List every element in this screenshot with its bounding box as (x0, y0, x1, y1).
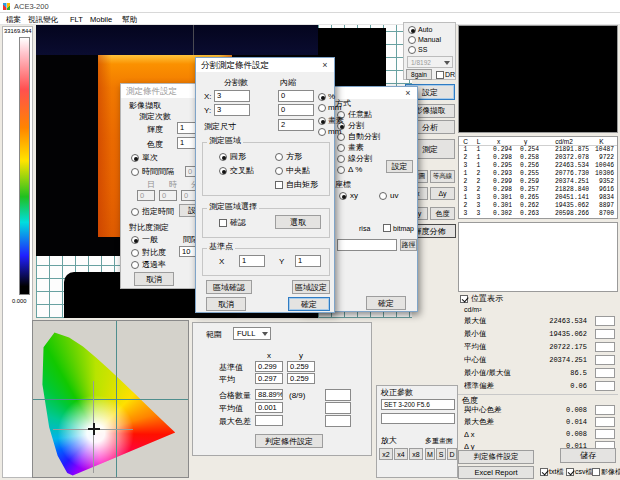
transmit-radio[interactable] (131, 261, 139, 269)
position-display-checkbox[interactable] (460, 295, 468, 303)
ref-x-value[interactable]: 0.299 (255, 361, 283, 372)
close-icon[interactable]: × (318, 59, 332, 71)
y-division-input[interactable]: 3 (214, 104, 250, 116)
gain-button[interactable]: 8gain (406, 69, 432, 80)
table-row[interactable]: 3 2 0.298 0.257 21828.840 9616 (459, 186, 617, 194)
method-linesplit-radio[interactable] (337, 155, 345, 163)
inset-percent-radio[interactable] (318, 93, 326, 101)
save-button[interactable]: 儲存 (560, 448, 616, 463)
interval-radio[interactable] (131, 168, 139, 176)
image-file-checkbox[interactable] (592, 468, 600, 476)
shutter-select[interactable]: 1/8192 (407, 56, 453, 68)
pick-button[interactable]: 選取 (275, 215, 321, 229)
ss-radio[interactable] (408, 46, 416, 54)
avg2-value[interactable]: 0.001 (255, 402, 283, 413)
multi-m-button[interactable]: M (425, 448, 435, 460)
method-ok-button[interactable]: 確定 (366, 296, 406, 310)
split-condition-dialog: 分割測定條件設定 × 分割數 內縮 X: 3 0 Y: 3 0 % mm 測定尺… (195, 57, 335, 313)
method-pixel-radio[interactable] (337, 144, 345, 152)
table-row[interactable]: 1 1 0.294 0.254 21891.875 10487 (459, 146, 617, 154)
split-ok-button[interactable]: 確定 (288, 297, 330, 311)
menu-help[interactable]: 幫助 (122, 16, 137, 24)
split-dialog-title[interactable]: 分割測定條件設定 (196, 58, 334, 72)
menu-file[interactable]: 檔案 (6, 16, 21, 24)
range-label: 範圍 (206, 331, 222, 339)
dr-checkbox[interactable] (436, 71, 444, 79)
table-row[interactable]: 2 1 0.298 0.258 20372.078 9722 (459, 154, 617, 162)
x-division-input[interactable]: 3 (214, 90, 250, 102)
txt-file-checkbox[interactable] (540, 468, 548, 476)
split-cancel-button[interactable]: 取消 (206, 297, 246, 311)
excel-report-button[interactable]: Excel Report (458, 466, 534, 479)
maxdiff-value[interactable] (255, 415, 283, 426)
avg-y-value[interactable]: 0.259 (287, 373, 315, 384)
normal-radio[interactable] (131, 236, 139, 244)
spec-time-radio[interactable] (131, 208, 139, 216)
area-confirm-button[interactable]: 區域確認 (206, 280, 252, 294)
method-set-button[interactable]: 設定 (386, 160, 413, 173)
hour-input[interactable]: 0 (159, 190, 177, 201)
size-input[interactable]: 2 (278, 119, 314, 131)
calibration-value-2[interactable] (381, 413, 455, 424)
method-delta-radio[interactable] (337, 166, 345, 174)
table-row[interactable]: 2 3 0.301 0.262 19435.062 8897 (459, 202, 617, 210)
interval-label: 時間間隔 (142, 168, 174, 176)
avg-x-value[interactable]: 0.297 (255, 373, 283, 384)
square-radio[interactable] (275, 153, 283, 161)
menu-flt[interactable]: FLT (70, 16, 83, 24)
coord-xy-radio[interactable] (339, 192, 347, 200)
judge-condition-button[interactable]: 判定條件設定 (458, 450, 534, 464)
freerect-checkbox[interactable] (275, 181, 283, 189)
area-groupbox: 測定區域 圓形 方形 交叉點 中央點 自由矩形 (202, 142, 330, 196)
manual-radio[interactable] (408, 36, 416, 44)
area-set-button[interactable]: 區域設定 (292, 280, 330, 294)
judge-condition-button-2[interactable]: 判定條件設定 (255, 434, 323, 448)
day-input[interactable]: 0 (137, 190, 155, 201)
menu-video-change[interactable]: 視訊變化 (28, 16, 58, 24)
zoom-x4-button[interactable]: x4 (394, 448, 408, 460)
bitmap-checkbox[interactable] (383, 224, 391, 232)
y-inset-input[interactable]: 0 (278, 104, 314, 116)
confirm-checkbox[interactable] (219, 219, 227, 227)
auto-radio[interactable] (408, 26, 416, 34)
table-row[interactable]: 3 3 0.302 0.263 20598.266 8700 (459, 210, 617, 218)
chroma-button[interactable]: 色度 (430, 207, 455, 220)
csv-file-checkbox[interactable] (566, 468, 574, 476)
result-listbox[interactable] (458, 222, 618, 292)
zoom-x8-button[interactable]: x8 (409, 448, 423, 460)
ref-y-value[interactable]: 0.259 (287, 361, 315, 372)
menu-mobile[interactable]: Mobile (90, 16, 112, 24)
cie-chromaticity-diagram[interactable] (32, 320, 189, 478)
size-mm-radio[interactable] (318, 128, 326, 136)
circle-radio[interactable] (219, 153, 227, 161)
measure-cancel-button[interactable]: 取消 (134, 272, 174, 286)
basepoint-x-input[interactable]: 1 (239, 255, 265, 267)
contrast-radio[interactable] (131, 249, 139, 257)
inset-mm-radio[interactable] (318, 104, 326, 112)
delta-y-button[interactable]: Δy (430, 187, 455, 200)
coord-uv-radio[interactable] (379, 192, 387, 200)
range-select[interactable]: FULL (233, 327, 271, 340)
result-image-view[interactable] (458, 25, 618, 133)
multi-d-button[interactable]: D (447, 448, 457, 460)
status-box (595, 316, 615, 326)
size-pixel-radio[interactable] (318, 117, 326, 125)
single-radio[interactable] (131, 154, 139, 162)
close-icon[interactable]: × (401, 87, 415, 99)
table-row[interactable]: 1 3 0.301 0.265 20451.141 9834 (459, 194, 617, 202)
calibration-value[interactable]: SET 3-200 F5.6 (381, 399, 455, 410)
basepoint-y-input[interactable]: 1 (295, 255, 321, 267)
pass-percent-value[interactable]: 88.89% (255, 389, 283, 400)
path-button[interactable]: 路徑 (400, 239, 417, 251)
contour-button[interactable]: 等高線 (430, 170, 455, 183)
table-row[interactable]: 1 2 0.293 0.255 20776.730 10306 (459, 170, 617, 178)
path-input[interactable] (337, 239, 397, 251)
x-col-header: x (267, 352, 271, 360)
zoom-x2-button[interactable]: x2 (379, 448, 393, 460)
multi-s-button[interactable]: S (436, 448, 446, 460)
table-row[interactable]: 2 2 0.299 0.259 20374.251 9352 (459, 178, 617, 186)
cross-radio[interactable] (219, 167, 227, 175)
x-inset-input[interactable]: 0 (278, 90, 314, 102)
table-row[interactable]: 3 1 0.295 0.256 22463.534 10046 (459, 162, 617, 170)
centerpoint-radio[interactable] (275, 167, 283, 175)
